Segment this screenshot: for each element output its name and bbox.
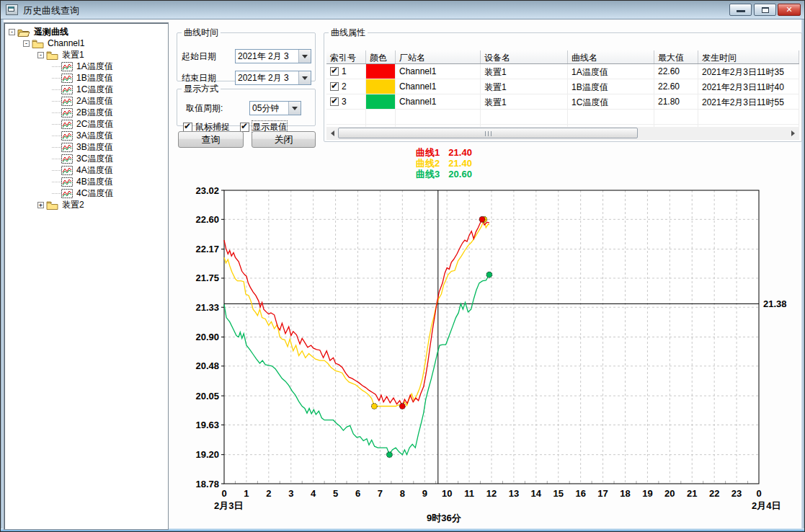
row-visible-checkbox[interactable]: ✔ bbox=[330, 67, 339, 76]
tree-item[interactable]: 4B温度值 bbox=[4, 176, 168, 187]
mouse-capture-checkbox[interactable]: ✔ bbox=[183, 123, 192, 132]
history-trend-chart[interactable]: 23.0222.6022.1721.7521.3320.9020.4820.05… bbox=[174, 181, 805, 531]
tree-connector bbox=[52, 170, 61, 171]
legend-entry: 曲线121.40 bbox=[375, 147, 512, 158]
row-visible-checkbox[interactable]: ✔ bbox=[330, 97, 339, 106]
column-header[interactable]: 曲线名 bbox=[568, 50, 654, 63]
cell-curve: 1C温度值 bbox=[568, 94, 654, 110]
cell-station: Channel1 bbox=[396, 79, 481, 94]
row-visible-checkbox[interactable]: ✔ bbox=[330, 82, 339, 91]
x-axis-label: 0 bbox=[756, 488, 761, 499]
maximize-button[interactable] bbox=[754, 4, 776, 16]
collapse-icon[interactable]: - bbox=[9, 29, 15, 35]
legend-entry: 曲线320.60 bbox=[375, 169, 512, 179]
y-axis-label: 18.78 bbox=[195, 479, 219, 489]
column-header[interactable]: 最大值 bbox=[654, 50, 698, 63]
tree-item[interactable]: 2B温度值 bbox=[4, 107, 168, 118]
extreme-marker bbox=[386, 452, 392, 458]
tree-item[interactable]: 1A温度值 bbox=[4, 61, 168, 72]
curve-icon bbox=[61, 108, 73, 118]
start-date-value: 2021年 2月 3 bbox=[236, 50, 298, 63]
curve-icon bbox=[61, 74, 73, 83]
end-date-value: 2021年 2月 3 bbox=[236, 72, 298, 84]
curve-icon bbox=[61, 85, 73, 94]
tree-connector bbox=[52, 159, 61, 159]
table-row[interactable]: ✔1Channel1装置11A温度值22.602021年2月3日11时35 bbox=[326, 64, 799, 79]
tree-item[interactable]: -装置1 bbox=[4, 49, 168, 61]
period-dropdown-button[interactable] bbox=[288, 102, 301, 115]
tree-item[interactable]: 3B温度值 bbox=[4, 141, 168, 153]
legend-cursor-value: 21.40 bbox=[448, 158, 472, 169]
y-axis-label: 20.90 bbox=[195, 332, 219, 342]
titlebar[interactable]: 历史曲线查询 ✕ bbox=[1, 1, 804, 19]
display-mode-group-label: 显示方式 bbox=[182, 83, 221, 95]
start-day-label: 2月3日 bbox=[214, 500, 243, 511]
start-date-dropdown-button[interactable] bbox=[298, 50, 311, 63]
table-row[interactable]: ✔3Channel1装置11C温度值21.802021年2月3日11时55 bbox=[326, 94, 799, 110]
start-date-picker[interactable]: 2021年 2月 3 bbox=[235, 49, 311, 63]
x-axis-label: 20 bbox=[664, 488, 675, 499]
x-axis-label: 18 bbox=[620, 488, 630, 499]
minimize-button[interactable] bbox=[729, 4, 752, 16]
column-header[interactable]: 厂站名 bbox=[396, 50, 481, 63]
minimize-icon bbox=[737, 10, 745, 12]
tree-item[interactable]: 2C温度值 bbox=[4, 118, 168, 130]
extreme-marker bbox=[399, 403, 405, 409]
tree-connector bbox=[52, 66, 61, 67]
close-dialog-button[interactable]: 关闭 bbox=[252, 131, 316, 148]
collapse-icon[interactable]: - bbox=[23, 40, 30, 47]
row-index: 2 bbox=[342, 81, 347, 92]
curve-icon bbox=[61, 120, 73, 129]
column-header[interactable]: 发生时间 bbox=[698, 50, 799, 63]
show-extremes-checkbox[interactable]: ✔ bbox=[240, 123, 249, 132]
folder-open-icon bbox=[17, 27, 30, 37]
cell-station: Channel1 bbox=[396, 94, 481, 110]
period-select[interactable]: 05分钟 bbox=[249, 101, 301, 115]
tree-item-label: 2B温度值 bbox=[75, 107, 115, 119]
tree-item[interactable]: 1C温度值 bbox=[4, 84, 168, 95]
cell-max: 22.60 bbox=[654, 64, 698, 79]
tree-item[interactable]: +装置2 bbox=[4, 199, 168, 210]
scroll-right-button[interactable] bbox=[787, 127, 799, 139]
telemetry-curve-tree[interactable]: -遥测曲线-Channel1-装置11A温度值1B温度值1C温度值2A温度值2B… bbox=[4, 22, 169, 530]
tree-item-label: 装置2 bbox=[61, 199, 86, 211]
tree-item-label: 2A温度值 bbox=[75, 95, 115, 107]
tree-item[interactable]: 4C温度值 bbox=[4, 187, 168, 199]
y-axis-label: 19.20 bbox=[195, 449, 219, 460]
cell-time: 2021年2月3日11时35 bbox=[698, 64, 799, 79]
table-row[interactable]: ✔2Channel1装置11B温度值22.602021年2月3日11时40 bbox=[326, 79, 799, 94]
tree-item[interactable]: -遥测曲线 bbox=[4, 26, 168, 37]
x-axis-label: 7 bbox=[378, 488, 383, 499]
query-button[interactable]: 查询 bbox=[178, 131, 244, 148]
tree-item[interactable]: -Channel1 bbox=[4, 37, 168, 49]
tree-item[interactable]: 2A温度值 bbox=[4, 95, 168, 107]
curve-icon bbox=[61, 177, 73, 187]
table-horizontal-scrollbar[interactable] bbox=[326, 127, 799, 139]
column-header[interactable]: 索引号 bbox=[326, 50, 366, 63]
curve-time-group: 曲线时间 起始日期 2021年 2月 3 结束日期 2021年 2月 3 bbox=[177, 27, 316, 81]
tree-item[interactable]: 1B温度值 bbox=[4, 72, 168, 84]
scrollbar-thumb[interactable] bbox=[338, 128, 638, 138]
scroll-left-button[interactable] bbox=[326, 127, 339, 139]
extreme-marker bbox=[479, 216, 485, 222]
history-curve-query-window: 历史曲线查询 ✕ -遥测曲线-Channel1-装置11A温度值1B温度值1C温… bbox=[0, 0, 805, 532]
expand-icon[interactable]: + bbox=[37, 202, 44, 208]
tree-connector bbox=[52, 78, 61, 79]
tree-item[interactable]: 3C温度值 bbox=[4, 153, 168, 164]
cell-device: 装置1 bbox=[481, 79, 568, 94]
tree-item[interactable]: 4A温度值 bbox=[4, 164, 168, 176]
close-button[interactable]: ✕ bbox=[778, 4, 801, 16]
x-axis-label: 14 bbox=[531, 488, 542, 499]
tree-item[interactable]: 3A温度值 bbox=[4, 130, 168, 141]
start-date-label: 起始日期 bbox=[182, 50, 216, 63]
cell-station: Channel1 bbox=[396, 64, 481, 79]
curve-color-swatch bbox=[366, 94, 395, 109]
column-header[interactable]: 设备名 bbox=[481, 50, 568, 63]
legend-cursor-value: 20.60 bbox=[448, 169, 472, 179]
collapse-icon[interactable]: - bbox=[37, 52, 44, 58]
column-header[interactable]: 颜色 bbox=[366, 50, 396, 63]
cell-max: 22.60 bbox=[654, 79, 698, 94]
curve-icon bbox=[61, 154, 73, 164]
legend-cursor-value: 21.40 bbox=[448, 147, 472, 158]
curve-color-swatch bbox=[366, 64, 395, 79]
